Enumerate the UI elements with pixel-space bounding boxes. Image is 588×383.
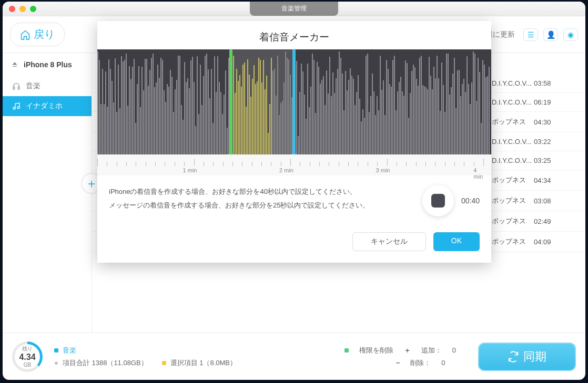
svg-point-2: [13, 107, 15, 109]
selection-duration: 00:40: [461, 196, 480, 205]
stop-icon: [431, 194, 445, 208]
device-row[interactable]: iPhone 8 Plus: [3, 53, 92, 76]
close-window-button[interactable]: [9, 6, 15, 12]
add-count: 0: [452, 346, 456, 354]
headphones-icon: [12, 82, 21, 90]
sync-button[interactable]: 同期: [478, 343, 576, 371]
gauge-label: 残り: [22, 345, 33, 353]
dot-icon: [344, 348, 349, 353]
window-title: 音楽管理: [250, 2, 338, 16]
duration-cell: 04:09: [534, 238, 571, 246]
duration-cell: 03:25: [534, 157, 571, 164]
modal-text-1: iPhoneの着信音を作成する場合、お好きな部分を40秒以内で設定してください。: [109, 185, 416, 199]
svg-rect-0: [13, 87, 15, 89]
list-view-icon[interactable]: ☰: [523, 28, 538, 41]
sync-icon: [508, 351, 519, 363]
titlebar: 音楽管理: [3, 2, 585, 16]
modal-buttons: キャンセル OK: [97, 232, 491, 263]
person-icon[interactable]: 👤: [543, 28, 558, 41]
app-window: 音楽管理 戻り G 最新の情報に更新 ☰ 👤 ◉ iPhone 8 Plus 音…: [3, 2, 585, 380]
zoom-window-button[interactable]: [30, 6, 36, 12]
music-note-icon: [12, 102, 21, 110]
svg-point-3: [17, 107, 19, 109]
back-button[interactable]: 戻り: [10, 23, 65, 46]
minimize-window-button[interactable]: [19, 6, 26, 12]
svg-rect-1: [18, 87, 19, 89]
cancel-button[interactable]: キャンセル: [352, 232, 426, 251]
del-count: 0: [441, 359, 445, 367]
modal-title: 着信音メーカー: [97, 21, 491, 49]
sidebar-item-music[interactable]: 音楽: [3, 76, 92, 96]
duration-cell: 06:19: [534, 98, 571, 106]
dot-icon: [54, 348, 58, 353]
back-label: 戻り: [34, 27, 55, 42]
stat-selected: 選択項目 1（8.0MB）: [170, 358, 237, 368]
home-icon: [20, 29, 31, 40]
time-ruler: 1 min 2 min 3 min 4 min: [97, 154, 491, 175]
ok-button[interactable]: OK: [433, 232, 480, 251]
gauge-unit: GB: [24, 362, 31, 368]
footer: 残り 4.34 GB 音楽 ●項目合計 1388（11.08GB） 選択項目 1…: [3, 333, 585, 380]
sidebar-item-ringtones[interactable]: イナダミホ: [3, 96, 92, 116]
gauge-value: 4.34: [19, 353, 35, 362]
sidebar-item-label: 音楽: [26, 81, 40, 91]
modal-body: iPhoneの着信音を作成する場合、お好きな部分を40秒以内で設定してください。…: [97, 175, 491, 232]
waveform[interactable]: [97, 49, 491, 154]
duration-cell: 04:30: [534, 118, 571, 126]
duration-cell: 03:08: [534, 197, 571, 205]
sync-label: 同期: [523, 349, 546, 365]
selection-region[interactable]: [230, 49, 293, 154]
perm-delete: 権限を削除: [359, 346, 393, 355]
duration-cell: 03:22: [534, 138, 571, 146]
stat-total: 項目合計 1388（11.08GB）: [63, 358, 148, 368]
stats-right: 権限を削除＋追加：0 −削除：0: [344, 346, 456, 368]
dot-icon: [162, 361, 166, 365]
storage-gauge: 残り 4.34 GB: [12, 341, 43, 372]
duration-cell: 02:49: [534, 218, 571, 225]
view-mode-icons: ☰ 👤 ◉: [523, 28, 578, 41]
ruler-label: 1 min: [183, 167, 197, 173]
selection-start-handle[interactable]: [229, 49, 232, 154]
traffic-lights: [3, 6, 36, 12]
duration-cell: 04:34: [534, 177, 571, 184]
sidebar-item-label: イナダミホ: [26, 101, 63, 111]
play-stop-button[interactable]: [422, 185, 454, 216]
ruler-label: 2 min: [279, 167, 293, 173]
stat-music: 音楽: [63, 346, 76, 355]
device-name: iPhone 8 Plus: [24, 60, 72, 69]
ringtone-maker-modal: 着信音メーカー 1 min 2 min 3 min 4 min iPhoneの着…: [97, 21, 491, 263]
eject-icon: [11, 61, 18, 68]
disc-icon[interactable]: ◉: [563, 28, 578, 41]
add-label: 追加：: [421, 346, 442, 355]
selection-end-handle[interactable]: [292, 49, 296, 154]
del-label: 削除：: [410, 358, 431, 368]
ruler-label: 4 min: [473, 167, 485, 180]
ruler-label: 3 min: [376, 167, 390, 173]
duration-cell: 03:58: [534, 79, 571, 87]
modal-text-2: メッセージの着信音を作成する場合、お好きな部分を25秒以内で設定してください。: [109, 199, 416, 212]
sidebar: iPhone 8 Plus 音楽 イナダミホ ＋: [3, 53, 92, 333]
stats-left: 音楽 ●項目合計 1388（11.08GB） 選択項目 1（8.0MB）: [54, 346, 237, 368]
